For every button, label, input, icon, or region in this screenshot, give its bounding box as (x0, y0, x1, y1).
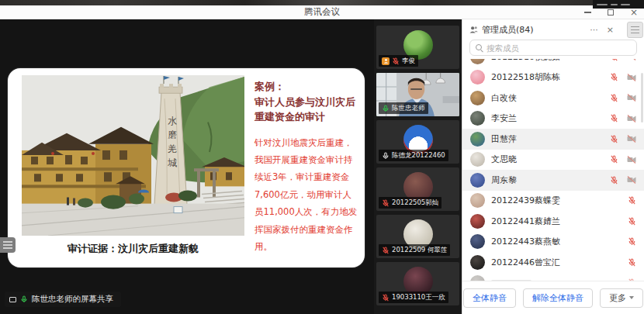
member-row[interactable]: 20122441蔡婧兰 (462, 211, 644, 232)
member-name: 20122518胡陈栋 (491, 71, 560, 83)
member-name: 20122441蔡婧兰 (491, 216, 560, 227)
mic-status-icon (392, 57, 400, 65)
search-input[interactable] (486, 43, 631, 53)
mic-status-icon (382, 152, 390, 160)
camera-muted-icon[interactable] (627, 135, 636, 143)
camera-muted-icon[interactable] (627, 94, 636, 102)
screen-icon (9, 297, 16, 302)
video-tile[interactable]: 19033110王一欣 (376, 262, 459, 305)
member-avatar (470, 275, 485, 281)
titlebar: 腾讯会议 × (0, 5, 644, 19)
participant-name: 陈世忠老师 (392, 105, 425, 112)
member-row[interactable]: 20122518胡陈栋 (462, 67, 644, 88)
participant-name: 李俊 (402, 57, 415, 64)
member-row[interactable] (462, 273, 644, 281)
member-row[interactable]: 文思晓 (462, 150, 644, 171)
member-search-box[interactable] (469, 40, 637, 56)
desktop-edge (0, 0, 644, 5)
mic-status-icon (382, 105, 390, 112)
participant-name: 20122509 何翠莲 (392, 247, 447, 254)
mic-muted-icon[interactable] (628, 196, 636, 205)
unmute-all-button[interactable]: 解除全体静音 (523, 288, 593, 308)
video-tile[interactable]: 20122509 何翠莲 (376, 215, 459, 258)
member-avatar (470, 234, 485, 249)
camera-muted-icon[interactable] (627, 156, 636, 164)
member-name: 20122443蔡燕敏 (491, 236, 560, 247)
share-status-banner: 陈世忠老师的屏幕共享 (5, 292, 121, 307)
video-tile[interactable]: 陈世忠老师 (376, 73, 459, 116)
member-row[interactable]: 田慧萍 (462, 129, 644, 150)
video-tile[interactable]: 20122505郭灿 (376, 167, 459, 211)
mic-muted-icon[interactable] (610, 94, 618, 102)
caret-down-icon (629, 296, 634, 299)
member-row[interactable]: 20122446曾宝汇 (462, 252, 644, 273)
member-avatar (470, 255, 485, 270)
panel-close-icon[interactable]: × (604, 26, 616, 34)
maximize-button[interactable] (605, 7, 616, 18)
member-row[interactable]: 李安兰 (462, 109, 644, 129)
camera-muted-icon[interactable] (627, 115, 636, 122)
panel-collapse-handle[interactable] (627, 22, 643, 38)
member-name: 20122446曾宝汇 (491, 257, 560, 268)
search-icon (476, 44, 483, 51)
member-avatar (470, 70, 485, 85)
member-avatar (470, 193, 485, 208)
participant-name: 20122505郭灿 (392, 199, 438, 206)
mic-status-icon (382, 199, 390, 207)
tower-inscription-char: 水 (168, 116, 177, 126)
mic-on-icon (20, 295, 28, 303)
member-avatar (470, 91, 485, 105)
mic-muted-icon[interactable] (610, 176, 618, 185)
annotation-tool-handle[interactable] (0, 237, 16, 253)
host-badge-icon (382, 57, 390, 65)
members-panel: 管理成员(84) ··· × 20122510侯婉茹 20 (462, 19, 644, 314)
floating-toolbar-cropped (593, 0, 644, 9)
mic-muted-icon[interactable] (628, 217, 636, 226)
mic-muted-icon[interactable] (628, 237, 636, 246)
mic-muted-icon[interactable] (610, 59, 618, 61)
member-name: 白改侠 (491, 92, 517, 104)
scrollbar-thumb[interactable] (641, 73, 643, 122)
panel-title: 管理成员(84) (482, 24, 583, 36)
panel-more-icon[interactable]: ··· (587, 26, 601, 34)
mic-muted-icon[interactable] (610, 155, 618, 164)
member-name: 文思晓 (491, 154, 517, 165)
mic-muted-icon[interactable] (628, 278, 636, 281)
camera-muted-icon[interactable] (627, 74, 636, 81)
mute-all-button[interactable]: 全体静音 (463, 288, 516, 308)
slide-photo: 水 磨 羌 城 (22, 75, 244, 236)
camera-muted-icon[interactable] (627, 176, 636, 184)
members-icon (469, 26, 478, 33)
mic-muted-icon[interactable] (610, 135, 618, 143)
member-name-obscured (491, 280, 531, 281)
member-avatar (470, 214, 485, 229)
member-avatar (470, 173, 485, 188)
member-row[interactable]: 20122443蔡燕敏 (462, 232, 644, 253)
mic-status-icon (382, 247, 390, 254)
participant-name: 陈德龙20122460 (392, 152, 445, 159)
tower-inscription-char: 城 (168, 157, 177, 168)
member-row[interactable]: 周东黎 (462, 170, 644, 191)
camera-muted-icon[interactable] (627, 59, 636, 60)
member-name: 田慧萍 (491, 133, 517, 145)
more-button[interactable]: 更多 (600, 288, 643, 308)
presentation-slide: 水 磨 羌 城 (8, 68, 365, 267)
video-tile[interactable]: 李俊 (376, 26, 459, 69)
panel-footer: 全体静音 解除全体静音 更多 (462, 281, 644, 314)
participant-name: 19033110王一欣 (392, 294, 445, 301)
member-name: 20122510侯婉茹 (491, 59, 560, 63)
minimize-button[interactable] (582, 7, 593, 18)
mic-muted-icon[interactable] (610, 114, 618, 122)
video-tile[interactable]: 陈德龙20122460 (376, 120, 459, 164)
member-name: 周东黎 (491, 174, 517, 186)
member-list[interactable]: 20122510侯婉茹 20122518胡陈栋 (462, 59, 644, 281)
member-row[interactable]: 20122439蔡蝶雯 (462, 191, 644, 212)
mic-muted-icon[interactable] (628, 258, 636, 267)
mic-muted-icon[interactable] (610, 73, 618, 81)
close-button[interactable]: × (628, 7, 639, 18)
share-status-label: 陈世忠老师的屏幕共享 (32, 294, 113, 305)
member-row[interactable]: 20122510侯婉茹 (462, 59, 644, 67)
member-avatar (470, 152, 485, 167)
case-body-text: 针对汶川地震灾后重建，我国开展重建资金审计持续近3年，审计重建资金7,600亿元… (254, 134, 358, 256)
member-row[interactable]: 白改侠 (462, 88, 644, 109)
